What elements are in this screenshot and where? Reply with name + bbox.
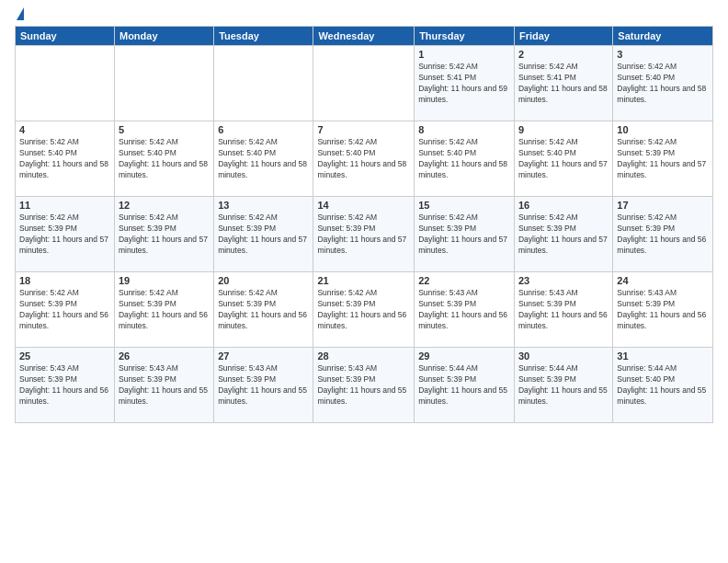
day-info: Sunrise: 5:42 AM Sunset: 5:40 PM Dayligh… [119,137,210,181]
day-info: Sunrise: 5:42 AM Sunset: 5:39 PM Dayligh… [617,137,709,181]
calendar-cell: 4Sunrise: 5:42 AM Sunset: 5:40 PM Daylig… [16,121,115,197]
calendar-cell: 22Sunrise: 5:43 AM Sunset: 5:39 PM Dayli… [415,272,515,348]
day-number: 24 [617,275,709,286]
calendar-header-tuesday: Tuesday [214,27,313,46]
day-number: 1 [418,49,510,60]
day-number: 26 [119,350,210,362]
day-info: Sunrise: 5:42 AM Sunset: 5:40 PM Dayligh… [518,137,609,181]
day-number: 18 [19,275,110,286]
calendar-header-monday: Monday [114,27,213,46]
day-number: 4 [19,124,110,135]
day-info: Sunrise: 5:42 AM Sunset: 5:39 PM Dayligh… [317,213,410,257]
calendar-header-row: SundayMondayTuesdayWednesdayThursdayFrid… [16,27,713,46]
day-info: Sunrise: 5:42 AM Sunset: 5:40 PM Dayligh… [317,137,410,181]
day-number: 16 [518,200,609,211]
calendar-cell: 1Sunrise: 5:42 AM Sunset: 5:41 PM Daylig… [415,46,515,121]
day-info: Sunrise: 5:43 AM Sunset: 5:39 PM Dayligh… [119,363,210,408]
day-info: Sunrise: 5:42 AM Sunset: 5:39 PM Dayligh… [119,213,210,257]
day-info: Sunrise: 5:42 AM Sunset: 5:40 PM Dayligh… [19,137,110,181]
day-number: 25 [19,350,110,362]
day-number: 31 [617,350,709,362]
calendar-cell: 5Sunrise: 5:42 AM Sunset: 5:40 PM Daylig… [114,121,213,197]
calendar-cell [16,46,115,121]
day-info: Sunrise: 5:42 AM Sunset: 5:39 PM Dayligh… [617,213,709,257]
day-info: Sunrise: 5:42 AM Sunset: 5:39 PM Dayligh… [218,288,309,332]
day-number: 27 [218,350,309,362]
calendar-cell: 24Sunrise: 5:43 AM Sunset: 5:39 PM Dayli… [613,272,713,348]
calendar-cell: 12Sunrise: 5:42 AM Sunset: 5:39 PM Dayli… [114,197,213,272]
day-info: Sunrise: 5:42 AM Sunset: 5:39 PM Dayligh… [19,288,110,332]
calendar-cell: 3Sunrise: 5:42 AM Sunset: 5:40 PM Daylig… [613,46,713,121]
calendar-cell: 15Sunrise: 5:42 AM Sunset: 5:39 PM Dayli… [415,197,515,272]
day-number: 23 [518,275,609,286]
day-info: Sunrise: 5:42 AM Sunset: 5:39 PM Dayligh… [317,288,410,332]
calendar-cell: 2Sunrise: 5:42 AM Sunset: 5:41 PM Daylig… [514,46,612,121]
calendar-week-4: 18Sunrise: 5:42 AM Sunset: 5:39 PM Dayli… [16,272,713,348]
day-number: 15 [418,200,510,211]
day-number: 13 [218,200,309,211]
day-number: 5 [119,124,210,135]
day-number: 30 [518,350,609,362]
day-number: 21 [317,275,410,286]
calendar-cell: 26Sunrise: 5:43 AM Sunset: 5:39 PM Dayli… [114,348,213,423]
calendar-cell: 25Sunrise: 5:43 AM Sunset: 5:39 PM Dayli… [16,348,115,423]
day-number: 12 [119,200,210,211]
day-info: Sunrise: 5:43 AM Sunset: 5:39 PM Dayligh… [518,288,609,332]
day-info: Sunrise: 5:42 AM Sunset: 5:40 PM Dayligh… [418,137,510,181]
page: SundayMondayTuesdayWednesdayThursdayFrid… [0,0,728,563]
calendar-cell [114,46,213,121]
calendar-week-3: 11Sunrise: 5:42 AM Sunset: 5:39 PM Dayli… [16,197,713,272]
calendar-cell: 30Sunrise: 5:44 AM Sunset: 5:39 PM Dayli… [514,348,612,423]
calendar-header-friday: Friday [514,27,612,46]
calendar-cell: 17Sunrise: 5:42 AM Sunset: 5:39 PM Dayli… [613,197,713,272]
calendar-cell [214,46,313,121]
calendar-cell: 18Sunrise: 5:42 AM Sunset: 5:39 PM Dayli… [16,272,115,348]
calendar-cell: 10Sunrise: 5:42 AM Sunset: 5:39 PM Dayli… [613,121,713,197]
logo-triangle-icon [17,7,24,20]
day-info: Sunrise: 5:42 AM Sunset: 5:39 PM Dayligh… [418,213,510,257]
day-info: Sunrise: 5:42 AM Sunset: 5:39 PM Dayligh… [518,213,609,257]
calendar-cell: 9Sunrise: 5:42 AM Sunset: 5:40 PM Daylig… [514,121,612,197]
calendar-cell: 23Sunrise: 5:43 AM Sunset: 5:39 PM Dayli… [514,272,612,348]
calendar-cell: 28Sunrise: 5:43 AM Sunset: 5:39 PM Dayli… [313,348,415,423]
day-info: Sunrise: 5:44 AM Sunset: 5:40 PM Dayligh… [617,363,709,408]
day-number: 19 [119,275,210,286]
calendar-cell: 13Sunrise: 5:42 AM Sunset: 5:39 PM Dayli… [214,197,313,272]
day-number: 2 [518,49,609,60]
day-info: Sunrise: 5:43 AM Sunset: 5:39 PM Dayligh… [317,363,410,408]
day-info: Sunrise: 5:42 AM Sunset: 5:39 PM Dayligh… [19,213,110,257]
calendar-cell: 14Sunrise: 5:42 AM Sunset: 5:39 PM Dayli… [313,197,415,272]
calendar-cell: 20Sunrise: 5:42 AM Sunset: 5:39 PM Dayli… [214,272,313,348]
calendar-header-saturday: Saturday [613,27,713,46]
day-number: 3 [617,49,709,60]
day-number: 10 [617,124,709,135]
header [15,11,713,20]
calendar-cell: 8Sunrise: 5:42 AM Sunset: 5:40 PM Daylig… [415,121,515,197]
day-info: Sunrise: 5:42 AM Sunset: 5:40 PM Dayligh… [617,62,709,106]
day-info: Sunrise: 5:42 AM Sunset: 5:41 PM Dayligh… [518,62,609,106]
day-number: 17 [617,200,709,211]
calendar-cell [313,46,415,121]
day-number: 20 [218,275,309,286]
calendar-header-wednesday: Wednesday [313,27,415,46]
day-number: 8 [418,124,510,135]
day-number: 14 [317,200,410,211]
calendar-header-thursday: Thursday [415,27,515,46]
day-number: 11 [19,200,110,211]
calendar-cell: 31Sunrise: 5:44 AM Sunset: 5:40 PM Dayli… [613,348,713,423]
calendar-cell: 19Sunrise: 5:42 AM Sunset: 5:39 PM Dayli… [114,272,213,348]
logo [15,11,24,20]
calendar-cell: 21Sunrise: 5:42 AM Sunset: 5:39 PM Dayli… [313,272,415,348]
day-info: Sunrise: 5:43 AM Sunset: 5:39 PM Dayligh… [617,288,709,332]
calendar-table: SundayMondayTuesdayWednesdayThursdayFrid… [15,26,713,423]
day-number: 6 [218,124,309,135]
calendar-week-5: 25Sunrise: 5:43 AM Sunset: 5:39 PM Dayli… [16,348,713,423]
day-info: Sunrise: 5:43 AM Sunset: 5:39 PM Dayligh… [218,363,309,408]
day-info: Sunrise: 5:42 AM Sunset: 5:39 PM Dayligh… [119,288,210,332]
day-number: 7 [317,124,410,135]
day-info: Sunrise: 5:44 AM Sunset: 5:39 PM Dayligh… [418,363,510,408]
day-number: 29 [418,350,510,362]
calendar-cell: 6Sunrise: 5:42 AM Sunset: 5:40 PM Daylig… [214,121,313,197]
calendar-cell: 16Sunrise: 5:42 AM Sunset: 5:39 PM Dayli… [514,197,612,272]
calendar-cell: 11Sunrise: 5:42 AM Sunset: 5:39 PM Dayli… [16,197,115,272]
